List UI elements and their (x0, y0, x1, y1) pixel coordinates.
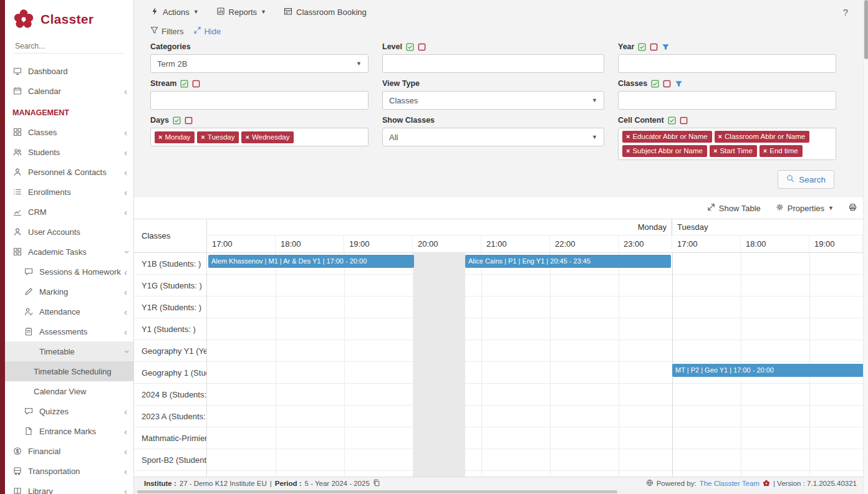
vertical-scrollbar-thumb[interactable] (864, 0, 868, 59)
deselect-all-icon[interactable] (185, 116, 193, 125)
filters-toggle[interactable]: Filters (150, 26, 183, 36)
sidebar-item-attendance[interactable]: Attendance‹ (5, 302, 133, 321)
timetable-row[interactable] (207, 275, 863, 297)
filter-tag[interactable]: ×Subject Abbr or Name (622, 145, 707, 157)
filter-tag[interactable]: ×Wednesday (241, 131, 294, 143)
view-type-select[interactable]: Classes ▼ (382, 91, 604, 110)
hide-filters-link[interactable]: Hide (193, 26, 221, 36)
sidebar-item-dashboard[interactable]: Dashboard (5, 61, 133, 81)
year-input[interactable] (618, 54, 836, 73)
brand[interactable]: Classter (5, 0, 133, 34)
sidebar-item-crm[interactable]: CRM‹ (5, 202, 133, 222)
select-all-icon[interactable] (651, 80, 659, 88)
timetable-row[interactable] (207, 406, 863, 427)
funnel-icon (150, 26, 158, 36)
sidebar-item-calendar[interactable]: Calendar‹ (5, 81, 133, 101)
timetable-row[interactable] (207, 340, 863, 362)
help-button[interactable]: ? (839, 6, 852, 19)
sidebar-item-students[interactable]: Students‹ (5, 142, 133, 162)
sidebar-item-transportation[interactable]: Transportation‹ (5, 461, 133, 481)
tag-remove-icon[interactable]: × (201, 133, 205, 141)
sidebar-item-personnel-contacts[interactable]: Personnel & Contacts‹ (5, 162, 133, 182)
stream-input[interactable] (150, 91, 369, 110)
sidebar-item-timetable[interactable]: Timetable‹ (5, 341, 133, 361)
print-button[interactable] (849, 203, 857, 213)
timetable-event[interactable]: Alice Cains | P1 | Eng Y1 | 20:45 - 23:4… (465, 255, 671, 268)
tag-remove-icon[interactable]: × (245, 133, 249, 141)
deselect-all-icon[interactable] (680, 116, 688, 125)
deselect-all-icon[interactable] (663, 80, 671, 88)
search-button[interactable]: Search (778, 170, 834, 189)
filter-tag[interactable]: ×End time (760, 145, 803, 157)
main-area: Actions ▼ Reports ▼ Classroom Booking ? … (134, 0, 863, 494)
sidebar-item-label: User Accounts (28, 227, 127, 237)
tag-remove-icon[interactable]: × (713, 147, 717, 154)
show-classes-select[interactable]: All ▼ (382, 128, 604, 146)
timetable-row[interactable] (207, 384, 863, 406)
sidebar-item-label: Calendar (28, 87, 124, 96)
sidebar-item-user-accounts[interactable]: User Accounts (5, 222, 133, 242)
sidebar-item-financial[interactable]: Financial‹ (5, 441, 133, 461)
sidebar-item-assessments[interactable]: Assessments‹ (5, 321, 133, 341)
timetable-row[interactable] (207, 427, 863, 449)
tag-remove-icon[interactable]: × (626, 147, 630, 154)
sidebar-item-quizzes[interactable]: Quizzes‹ (5, 401, 133, 421)
search-input[interactable] (14, 39, 125, 54)
select-all-icon[interactable] (406, 43, 414, 51)
vertical-scrollbar[interactable] (863, 0, 868, 494)
actions-menu[interactable]: Actions ▼ (150, 7, 199, 17)
timetable-row[interactable] (207, 318, 863, 340)
filter-tag[interactable]: ×Monday (155, 131, 195, 143)
filter-days: Days ×Monday×Tuesday×Wednesday (150, 116, 382, 160)
filter-level: Level (382, 42, 618, 73)
sidebar-item-library[interactable]: Library‹ (5, 481, 133, 494)
class-row-label: Y1B (Students: ) (134, 253, 206, 275)
tag-remove-icon[interactable]: × (718, 133, 722, 140)
tag-remove-icon[interactable]: × (158, 133, 162, 141)
sidebar-item-academic-tasks[interactable]: Academic Tasks‹ (5, 242, 133, 262)
reports-menu[interactable]: Reports ▼ (216, 7, 266, 17)
select-all-icon[interactable] (173, 116, 181, 125)
select-all-icon[interactable] (180, 80, 188, 88)
deselect-all-icon[interactable] (192, 80, 200, 88)
categories-select[interactable]: Term 2B ▼ (150, 54, 369, 73)
deselect-all-icon[interactable] (418, 43, 426, 51)
classter-team-link[interactable]: The Classter Team (700, 480, 760, 487)
classes-input[interactable] (618, 91, 836, 110)
sidebar-item-marking[interactable]: Marking‹ (5, 282, 133, 302)
filter-tag[interactable]: ×Educator Abbr or Name (622, 131, 712, 143)
sidebar-item-calendar-view[interactable]: Calendar View (5, 381, 133, 401)
select-all-icon[interactable] (638, 43, 646, 51)
sessions-homework-icon (24, 267, 34, 277)
filter-tag[interactable]: ×Tuesday (197, 131, 239, 143)
classroom-booking-link[interactable]: Classroom Booking (284, 7, 367, 17)
sidebar-item-enrollments[interactable]: Enrollments‹ (5, 182, 133, 202)
select-all-icon[interactable] (668, 116, 676, 125)
level-input[interactable] (382, 54, 604, 73)
filter-funnel-icon[interactable] (675, 80, 683, 88)
sidebar-item-classes[interactable]: Classes‹ (5, 122, 133, 142)
timetable-event[interactable]: MT | P2 | Geo Y1 | 17:00 - 20:00 (672, 364, 863, 377)
sidebar-item-label: Financial (28, 447, 124, 456)
sidebar-item-entrance-marks[interactable]: Entrance Marks‹ (5, 421, 133, 441)
sidebar-item-sessions-homework[interactable]: Sessions & Homework‹ (5, 262, 133, 282)
chevron-down-icon: ‹ (121, 350, 130, 353)
horizontal-scrollbar[interactable] (134, 490, 863, 494)
tag-label: Classroom Abbr or Name (725, 133, 805, 140)
filter-tag[interactable]: ×Start Time (710, 145, 757, 157)
copy-icon[interactable] (373, 479, 380, 488)
horizontal-scrollbar-thumb[interactable] (137, 490, 617, 493)
deselect-all-icon[interactable] (650, 43, 658, 51)
filter-funnel-icon[interactable] (662, 43, 670, 51)
tag-remove-icon[interactable]: × (626, 133, 630, 140)
days-tag-input[interactable]: ×Monday×Tuesday×Wednesday (150, 128, 369, 146)
cell-content-tag-input[interactable]: ×Educator Abbr or Name×Classroom Abbr or… (618, 128, 836, 160)
show-table-button[interactable]: Show Table (707, 203, 761, 213)
timetable-row[interactable] (207, 297, 863, 318)
properties-menu[interactable]: Properties ▼ (776, 203, 834, 213)
tag-remove-icon[interactable]: × (763, 147, 767, 154)
sidebar-item-timetable-scheduling[interactable]: Timetable Scheduling (5, 361, 133, 381)
filter-tag[interactable]: ×Classroom Abbr or Name (715, 131, 810, 143)
timetable-event[interactable]: Alem Khassenov | M1 | Ar & Des Y1 | 17:0… (208, 255, 414, 268)
timetable-row[interactable] (207, 449, 863, 471)
